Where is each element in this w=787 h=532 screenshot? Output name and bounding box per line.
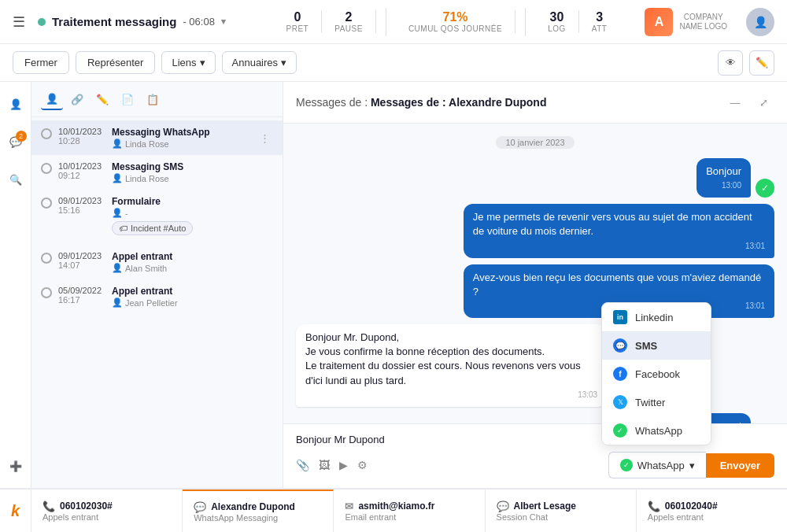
annuaires-chevron-icon: ▾ xyxy=(281,57,286,68)
tag-badge: 🏷 Incident #Auto xyxy=(112,221,193,235)
fermer-button[interactable]: Fermer xyxy=(13,51,69,74)
left-panel: 👤 🔗 ✏️ 📄 📋 10/01/2023 10:28 Messaging Wh… xyxy=(31,82,283,488)
company-logo: A COMPANYNAME LOGO xyxy=(645,8,727,36)
edit-icon[interactable]: ✏️ xyxy=(749,50,774,76)
logo-text: COMPANYNAME LOGO xyxy=(679,13,727,31)
sidebar-icons: 👤 💬 2 🔍 ➕ xyxy=(0,82,31,488)
message-row: Bonjour 13:00 ✓ xyxy=(296,158,774,198)
history-item[interactable]: 10/01/2023 10:28 Messaging WhatsApp 👤Lin… xyxy=(31,120,283,155)
sidebar-icon-add[interactable]: ➕ xyxy=(3,453,28,478)
chat-header-actions: — ⤢ xyxy=(724,91,774,113)
history-content: Messaging WhatsApp 👤Linda Rose xyxy=(112,127,250,149)
history-date: 05/09/2022 16:17 xyxy=(58,286,105,305)
bottom-item-calls2[interactable]: 📞 060102040# Appels entrant xyxy=(637,490,787,532)
bottom-item-chat[interactable]: 💬 Albert Lesage Session Chat xyxy=(486,490,637,532)
history-content: Formulaire 👤- 🏷 Incident #Auto xyxy=(112,196,273,238)
history-item[interactable]: 10/01/2023 09:12 Messaging SMS 👤Linda Ro… xyxy=(31,155,283,190)
phone2-icon: 📞 xyxy=(648,501,660,512)
tab-doc1[interactable]: 📄 xyxy=(116,88,139,110)
play-icon[interactable]: ▶ xyxy=(339,459,348,471)
settings-icon[interactable]: ⚙ xyxy=(357,459,368,471)
image-icon[interactable]: 🖼 xyxy=(319,459,330,471)
history-radio xyxy=(41,198,52,209)
history-content: Appel entrant 👤Jean Pelletier xyxy=(112,286,273,308)
history-item[interactable]: 09/01/2023 14:07 Appel entrant 👤Alan Smi… xyxy=(31,245,283,279)
avatar[interactable]: 👤 xyxy=(746,8,774,36)
status-dot xyxy=(38,18,46,26)
channel-wa-icon: ✓ xyxy=(620,459,633,471)
whatsapp-channel-icon: ✓ xyxy=(756,179,774,198)
history-list: 10/01/2023 10:28 Messaging WhatsApp 👤Lin… xyxy=(31,117,283,488)
history-radio xyxy=(41,163,52,174)
message-row: Je me permets de revenir vers vous au su… xyxy=(296,204,774,257)
stat-pause: 2 PAUSE xyxy=(322,10,376,33)
chat-icon: 💬 xyxy=(497,501,509,512)
annuaires-dropdown[interactable]: Annuaires ▾ xyxy=(222,51,297,74)
eye-icon[interactable]: 👁 xyxy=(718,50,743,76)
menu-icon[interactable]: ☰ xyxy=(13,13,25,31)
history-radio xyxy=(41,287,52,298)
facebook-icon: f xyxy=(613,367,627,381)
channel-select-button[interactable]: ✓ WhatsApp ▾ xyxy=(608,452,706,478)
stat-att: 3 ATT xyxy=(579,10,620,33)
twitter-icon: 𝕏 xyxy=(613,395,627,409)
channel-option-linkedin[interactable]: in Linkedin xyxy=(602,303,711,331)
tab-doc2[interactable]: 📋 xyxy=(142,88,164,110)
channel-option-twitter[interactable]: 𝕏 Twitter xyxy=(602,388,711,416)
history-radio xyxy=(41,253,52,264)
chat-messages: 10 janvier 2023 Bonjour 13:00 ✓ Je me pe… xyxy=(283,124,787,423)
topbar-stats: 0 PRET 2 PAUSE 71% Cumul QoS Journée 30 … xyxy=(274,8,620,36)
channel-option-facebook[interactable]: f Facebook xyxy=(602,360,711,388)
topbar-title: Traitement messaging - 06:08 ▾ xyxy=(38,15,226,28)
history-radio xyxy=(41,128,52,139)
representer-button[interactable]: Représenter xyxy=(76,51,156,74)
main-layout: 👤 💬 2 🔍 ➕ 👤 🔗 ✏️ 📄 📋 10/01/2023 10:28 xyxy=(0,82,787,488)
linkedin-icon: in xyxy=(613,310,627,324)
chat-header: Messages de : Messages de : Alexandre Du… xyxy=(283,82,787,124)
history-item[interactable]: 09/01/2023 15:16 Formulaire 👤- 🏷 Inciden… xyxy=(31,190,283,245)
whatsapp-dropdown-icon: ✓ xyxy=(613,423,627,438)
bottom-item-calls1[interactable]: 📞 060102030# Appels entrant xyxy=(31,490,183,532)
kiamo-logo: k xyxy=(11,502,20,520)
message-bubble: Bonjour Mr. Dupond, Je vous confirme la … xyxy=(296,324,607,407)
channel-option-sms[interactable]: 💬 SMS xyxy=(602,331,711,360)
tab-edit[interactable]: ✏️ xyxy=(91,88,113,110)
attach-icon[interactable]: 📎 xyxy=(296,459,309,471)
sidebar-icon-search[interactable]: 🔍 xyxy=(3,167,28,192)
message-bubble: Je me permets de revenir vers vous au su… xyxy=(464,204,774,257)
bottom-item-whatsapp[interactable]: 💬 Alexandre Dupond WhatsApp Messaging xyxy=(183,490,334,532)
right-panel: Messages de : Messages de : Alexandre Du… xyxy=(283,82,787,488)
channel-dropdown: in Linkedin 💬 SMS f Facebook 𝕏 xyxy=(601,302,711,445)
bottombar: k 📞 060102030# Appels entrant 💬 Alexandr… xyxy=(0,488,787,532)
expand-icon[interactable]: ⤢ xyxy=(752,91,774,113)
tab-link[interactable]: 🔗 xyxy=(66,88,88,110)
chat-header-title: Messages de : Messages de : Alexandre Du… xyxy=(296,96,546,109)
more-icon[interactable]: ⋮ xyxy=(257,132,273,144)
logo-icon: A xyxy=(645,8,673,36)
chat-tools: 📎 🖼 ▶ ⚙ xyxy=(296,459,368,471)
sidebar-icon-chat[interactable]: 💬 2 xyxy=(3,129,28,154)
chat-badge: 2 xyxy=(16,131,27,142)
stat-pret: 0 PRET xyxy=(274,10,323,33)
history-date: 10/01/2023 09:12 xyxy=(58,161,105,180)
history-content: Appel entrant 👤Alan Smith xyxy=(112,251,273,273)
channel-option-whatsapp[interactable]: ✓ WhatsApp xyxy=(602,416,711,445)
tab-person[interactable]: 👤 xyxy=(41,88,63,110)
minimize-icon[interactable]: — xyxy=(724,91,746,113)
whatsapp-bottom-icon: 💬 xyxy=(194,501,206,513)
history-item[interactable]: 05/09/2022 16:17 Appel entrant 👤Jean Pel… xyxy=(31,279,283,314)
stat-qos: 71% Cumul QoS Journée xyxy=(396,10,515,33)
bottom-item-email[interactable]: ✉ asmith@kiamo.fr Email entrant xyxy=(334,490,485,532)
subtoolbar-right: 👁 ✏️ xyxy=(718,50,774,76)
history-date: 09/01/2023 15:16 xyxy=(58,196,105,215)
liens-dropdown[interactable]: Liens ▾ xyxy=(161,51,215,74)
title-chevron-icon[interactable]: ▾ xyxy=(221,17,226,27)
channel-chevron-icon: ▾ xyxy=(689,460,695,471)
email-icon: ✉ xyxy=(345,501,353,512)
history-date: 09/01/2023 14:07 xyxy=(58,251,105,270)
subtoolbar: Fermer Représenter Liens ▾ Annuaires ▾ 👁… xyxy=(0,44,787,82)
sidebar-icon-person[interactable]: 👤 xyxy=(3,91,28,116)
history-date: 10/01/2023 10:28 xyxy=(58,127,105,146)
send-button[interactable]: Envoyer xyxy=(706,453,774,478)
app-time: - 06:08 xyxy=(183,16,215,28)
